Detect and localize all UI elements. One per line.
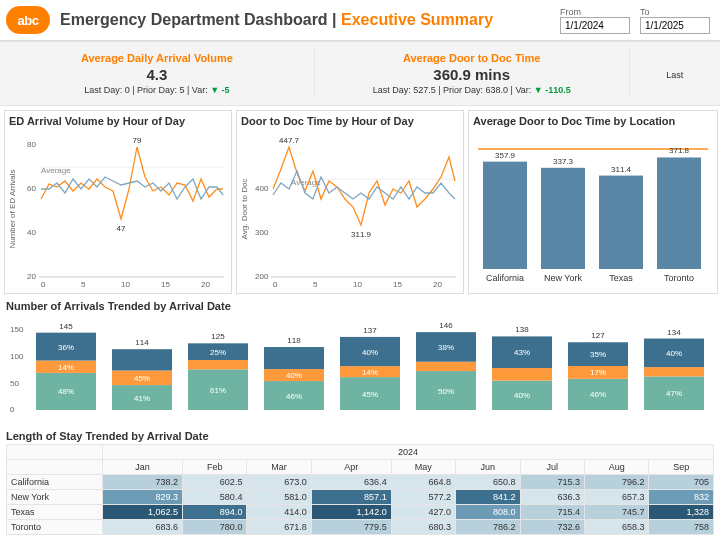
to-label: To [640, 7, 710, 17]
svg-text:Toronto: Toronto [664, 273, 694, 283]
svg-rect-30 [483, 162, 527, 269]
kpi-last-sub: Last [638, 70, 712, 80]
logo: abc [6, 6, 50, 34]
svg-text:New York: New York [544, 273, 583, 283]
svg-text:40%: 40% [666, 349, 682, 358]
svg-text:0: 0 [10, 405, 15, 414]
svg-text:40: 40 [27, 228, 36, 237]
svg-text:146: 146 [439, 321, 453, 330]
los-table: 2024JanFebMarAprMayJunJulAugSepCaliforni… [6, 444, 714, 535]
svg-text:46%: 46% [590, 390, 606, 399]
svg-text:14%: 14% [58, 363, 74, 372]
chart-loc-bar-title: Average Door to Doc Time by Location [473, 115, 713, 127]
to-input[interactable] [640, 17, 710, 34]
svg-text:Average: Average [41, 166, 71, 175]
svg-text:47%: 47% [666, 389, 682, 398]
svg-rect-36 [599, 176, 643, 269]
title-sep: | [328, 11, 341, 28]
svg-text:15: 15 [161, 280, 170, 289]
svg-text:0: 0 [273, 280, 278, 289]
svg-rect-86 [492, 368, 552, 381]
svg-text:20: 20 [27, 272, 36, 281]
kpi-arrival-value: 4.3 [8, 66, 306, 83]
svg-text:14%: 14% [362, 368, 378, 377]
to-field: To [640, 7, 710, 34]
svg-rect-69 [264, 347, 324, 369]
svg-text:Texas: Texas [609, 273, 633, 283]
los-table-wrap: 2024JanFebMarAprMayJunJulAugSepCaliforni… [0, 444, 720, 535]
svg-text:134: 134 [667, 328, 681, 337]
svg-text:79: 79 [133, 136, 142, 145]
chart-loc-bar: Average Door to Doc Time by Location 357… [468, 110, 718, 294]
kpi-door-title: Average Door to Doc Time [323, 52, 621, 64]
date-range: From To [560, 7, 710, 34]
svg-text:Number of ED Arrivals: Number of ED Arrivals [9, 169, 17, 248]
chart-door-doc-title: Door to Doc Time by Hour of Day [241, 115, 459, 127]
svg-text:0: 0 [41, 280, 46, 289]
svg-text:357.9: 357.9 [495, 151, 516, 160]
svg-text:138: 138 [515, 325, 529, 334]
chart-ed-arrival-title: ED Arrival Volume by Hour of Day [9, 115, 227, 127]
svg-text:150: 150 [10, 325, 24, 334]
kpi-door: Average Door to Doc Time 360.9 mins Last… [315, 50, 630, 97]
svg-rect-57 [112, 349, 172, 370]
from-field: From [560, 7, 630, 34]
svg-text:17%: 17% [590, 368, 606, 377]
chart-ed-arrival-svg: Number of ED Arrivals 80604020 Average 7… [9, 129, 227, 289]
header: abc Emergency Department Dashboard | Exe… [0, 0, 720, 41]
svg-text:311.4: 311.4 [611, 165, 632, 174]
title-sub: Executive Summary [341, 11, 493, 28]
svg-text:5: 5 [81, 280, 86, 289]
svg-rect-61 [188, 360, 248, 369]
chart-loc-bar-svg: 357.9California337.3New York311.4Texas37… [473, 129, 713, 289]
svg-text:200: 200 [255, 272, 269, 281]
kpi-arrival-sub: Last Day: 0 | Prior Day: 5 | Var: ▼ -5 [8, 85, 306, 95]
svg-rect-39 [657, 157, 701, 269]
svg-text:60: 60 [27, 184, 36, 193]
svg-rect-80 [416, 362, 476, 371]
svg-text:35%: 35% [590, 350, 606, 359]
stacked-title: Number of Arrivals Trended by Arrival Da… [0, 294, 720, 314]
svg-text:100: 100 [10, 352, 24, 361]
stacked-svg: 15010050048%14%36%14541%45%11461%25%1254… [6, 314, 714, 424]
chart-row-top: ED Arrival Volume by Hour of Day Number … [0, 106, 720, 294]
svg-text:80: 80 [27, 140, 36, 149]
svg-text:337.3: 337.3 [553, 157, 574, 166]
svg-text:41%: 41% [134, 394, 150, 403]
chart-ed-arrival: ED Arrival Volume by Hour of Day Number … [4, 110, 232, 294]
svg-text:46%: 46% [286, 392, 302, 401]
svg-text:371.8: 371.8 [669, 146, 690, 155]
svg-text:311.9: 311.9 [351, 230, 372, 239]
svg-text:50: 50 [10, 379, 19, 388]
svg-text:61%: 61% [210, 386, 226, 395]
kpi-row: Average Daily Arrival Volume 4.3 Last Da… [0, 41, 720, 106]
svg-text:118: 118 [287, 336, 301, 345]
svg-text:125: 125 [211, 332, 225, 341]
svg-text:5: 5 [313, 280, 318, 289]
kpi-last: Last [630, 50, 720, 97]
svg-rect-33 [541, 168, 585, 269]
svg-text:127: 127 [591, 331, 605, 340]
svg-text:400: 400 [255, 184, 269, 193]
chart-door-doc-svg: Avg. Door to Doc 400300200 Average 447.7… [241, 129, 459, 289]
from-input[interactable] [560, 17, 630, 34]
stacked-chart: 15010050048%14%36%14541%45%11461%25%1254… [0, 314, 720, 424]
svg-text:48%: 48% [58, 387, 74, 396]
svg-text:15: 15 [393, 280, 402, 289]
kpi-door-sub: Last Day: 527.5 | Prior Day: 638.0 | Var… [323, 85, 621, 95]
svg-text:45%: 45% [134, 374, 150, 383]
svg-text:California: California [486, 273, 524, 283]
title-main: Emergency Department Dashboard [60, 11, 328, 28]
svg-text:20: 20 [201, 280, 210, 289]
chart-door-doc: Door to Doc Time by Hour of Day Avg. Doo… [236, 110, 464, 294]
svg-text:114: 114 [135, 338, 149, 347]
svg-text:10: 10 [353, 280, 362, 289]
svg-text:43%: 43% [514, 348, 530, 357]
svg-text:447.7: 447.7 [279, 136, 300, 145]
svg-text:40%: 40% [514, 391, 530, 400]
svg-text:Avg. Door to Doc: Avg. Door to Doc [241, 179, 249, 240]
svg-text:50%: 50% [438, 387, 454, 396]
svg-rect-99 [644, 367, 704, 376]
svg-text:40%: 40% [286, 371, 302, 380]
svg-text:38%: 38% [438, 343, 454, 352]
